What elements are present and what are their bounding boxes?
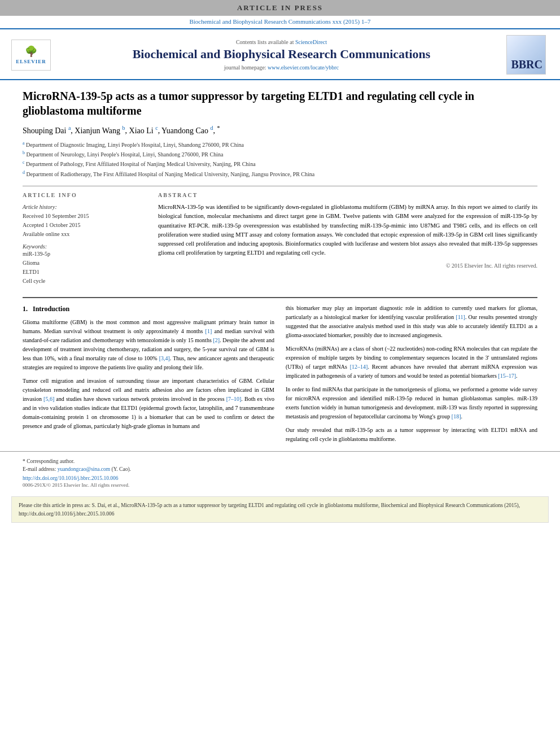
keyword-2: Glioma	[23, 259, 147, 268]
body-para-5: In order to find miRNAs that participate…	[286, 385, 537, 421]
abstract-col: ABSTRACT MicroRNA-139-5p was identified …	[158, 192, 537, 286]
homepage-link[interactable]: www.elsevier.com/locate/ybbrc	[268, 64, 339, 71]
top-border	[0, 28, 560, 29]
online-date: Available online xxx	[23, 230, 147, 239]
affil-c: c Department of Pathology, First Affilia…	[23, 159, 537, 169]
email-label: E-mail address:	[23, 466, 58, 472]
ref-3-4[interactable]: [3,4]	[159, 355, 170, 361]
abstract-text: MicroRNA-139-5p was identified to be sig…	[158, 203, 537, 258]
history-label: Article history:	[23, 203, 147, 212]
bbrc-text: BBRC	[511, 58, 542, 71]
journal-header: 🌳 ELSEVIER Contents lists available at S…	[0, 30, 560, 80]
article-info-block: Article history: Received 10 September 2…	[23, 203, 147, 239]
corresponding-note: * Corresponding author.	[23, 457, 537, 465]
ref-2[interactable]: [2]	[213, 337, 220, 343]
email-suffix: (Y. Cao).	[112, 466, 131, 472]
body-para-3: this biomarker may play an important dia…	[286, 304, 537, 340]
journal-ref-text: Biochemical and Biophysical Research Com…	[189, 18, 370, 25]
journal-homepage: journal homepage: www.elsevier.com/locat…	[62, 64, 501, 71]
science-direct-prefix: Contents lists available at	[236, 39, 295, 45]
article-info-heading: ARTICLE INFO	[23, 192, 147, 198]
email-note: E-mail address: yuandongcao@sina.com (Y.…	[23, 465, 537, 473]
keywords-section: Keywords: miR-139-5p Glioma ELTD1 Cell c…	[23, 243, 147, 286]
banner-text: ARTICLE IN PRESS	[237, 3, 323, 12]
elsevier-text: ELSEVIER	[16, 59, 46, 64]
ref-12-14[interactable]: [12–14]	[350, 364, 368, 370]
science-direct-link[interactable]: ScienceDirect	[295, 39, 327, 45]
section1-heading: 1. Introduction	[23, 304, 274, 314]
citation-bar: Please cite this article in press as: S.…	[11, 496, 549, 523]
page: ARTICLE IN PRESS Biochemical and Biophys…	[0, 0, 560, 747]
homepage-prefix: journal homepage:	[224, 64, 268, 71]
section1-number: 1.	[23, 305, 28, 313]
article-title: MicroRNA-139-5p acts as a tumor suppress…	[23, 89, 537, 118]
doi-text[interactable]: http://dx.doi.org/10.1016/j.bbrc.2015.10…	[23, 475, 119, 481]
affil-d: d Department of Radiotherapy, The First …	[23, 169, 537, 179]
body-para-4: MicroRNAs (miRNAs) are a class of short …	[286, 344, 537, 381]
ref-7-10[interactable]: [7–10]	[226, 396, 242, 402]
main-separator	[23, 297, 537, 298]
body-right-col: this biomarker may play an important dia…	[286, 304, 537, 448]
citation-text: Please cite this article in press as: S.…	[19, 503, 520, 516]
ref-5-6[interactable]: [5,6]	[43, 396, 54, 402]
journal-title: Biochemical and Biophysical Research Com…	[62, 47, 501, 62]
elsevier-logo: 🌳 ELSEVIER	[11, 40, 56, 71]
section1-title: Introduction	[33, 305, 69, 313]
body-para-1: Glioma multiforme (GBM) is the most comm…	[23, 318, 274, 372]
keyword-1: miR-139-5p	[23, 250, 147, 259]
bbrc-logo: BBRC	[506, 35, 549, 75]
footnote-area: * Corresponding author. E-mail address: …	[0, 451, 560, 491]
affiliations: a Department of Diagnostic Imaging, Liny…	[23, 140, 537, 179]
ref-15-17[interactable]: [15–17]	[498, 373, 516, 379]
elsevier-tree-icon: 🌳	[25, 45, 37, 58]
corresponding-label: * Corresponding author.	[23, 458, 75, 464]
received-date: Received 10 September 2015	[23, 212, 147, 221]
accepted-date: Accepted 1 October 2015	[23, 221, 147, 230]
abstract-copyright: © 2015 Elsevier Inc. All rights reserved…	[158, 263, 537, 269]
ref-18[interactable]: [18]	[452, 413, 461, 420]
abstract-heading: ABSTRACT	[158, 192, 537, 198]
body-left-col: 1. Introduction Glioma multiforme (GBM) …	[23, 304, 274, 448]
journal-center: Contents lists available at ScienceDirec…	[56, 39, 506, 71]
main-body: 1. Introduction Glioma multiforme (GBM) …	[0, 297, 560, 448]
article-info-abstract: ARTICLE INFO Article history: Received 1…	[23, 192, 537, 286]
ref-1[interactable]: [1]	[205, 328, 212, 334]
journal-ref-line: Biochemical and Biophysical Research Com…	[0, 16, 560, 27]
body-para-2: Tumor cell migration and invasion of sur…	[23, 377, 274, 431]
article-content: MicroRNA-139-5p acts as a tumor suppress…	[0, 80, 560, 291]
affil-a: a Department of Diagnostic Imaging, Liny…	[23, 140, 537, 150]
body-two-col: 1. Introduction Glioma multiforme (GBM) …	[23, 304, 537, 448]
affil-b: b Department of Neurology, Linyi People'…	[23, 150, 537, 159]
article-info-col: ARTICLE INFO Article history: Received 1…	[23, 192, 147, 286]
keyword-4: Cell cycle	[23, 277, 147, 286]
separator-1	[23, 186, 537, 186]
ref-11[interactable]: [11]	[456, 314, 465, 320]
keyword-3: ELTD1	[23, 268, 147, 277]
body-para-6: Our study revealed that miR-139-5p acts …	[286, 426, 537, 444]
email-address[interactable]: yuandongcao@sina.com	[58, 466, 110, 472]
science-direct-line: Contents lists available at ScienceDirec…	[62, 39, 501, 45]
article-in-press-banner: ARTICLE IN PRESS	[0, 0, 560, 16]
doi-line: http://dx.doi.org/10.1016/j.bbrc.2015.10…	[23, 475, 537, 481]
copyright-footer: 0006-291X/© 2015 Elsevier Inc. All right…	[23, 482, 537, 488]
keywords-label: Keywords:	[23, 243, 147, 250]
authors-line: Shouping Dai a, Xianjun Wang b, Xiao Li …	[23, 125, 537, 136]
